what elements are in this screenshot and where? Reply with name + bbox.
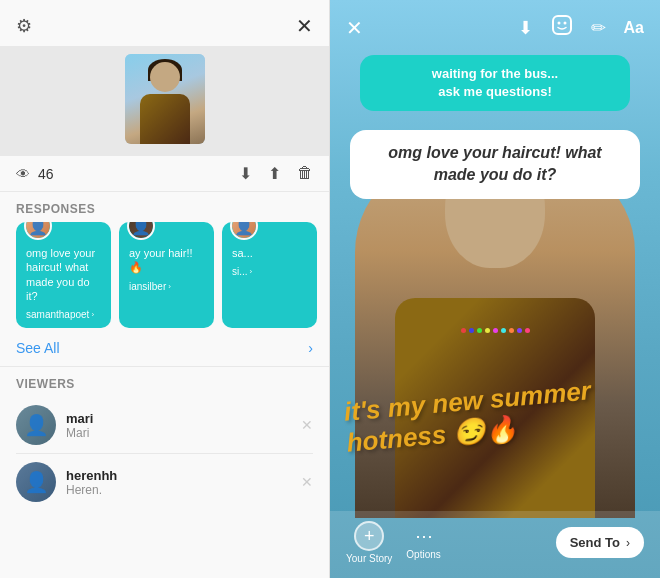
viewer-close-2[interactable]: ✕ xyxy=(301,474,313,490)
response-card-3[interactable]: 👤 sa... si... › xyxy=(222,222,317,328)
see-all-chevron-icon: › xyxy=(308,340,313,356)
story-top-bar: ✕ ⬇ ✏ Aa xyxy=(330,0,660,55)
hotness-text-overlay: it's my new summerhotness 😏🔥 xyxy=(345,386,600,448)
question-sticker-text: waiting for the bus...ask me questions! xyxy=(374,65,616,101)
responses-area: 👤 omg love your haircut! what made you d… xyxy=(0,222,329,336)
viewer-name-2: herenhh xyxy=(66,468,291,483)
download-icon[interactable]: ⬇ xyxy=(239,164,252,183)
viewer-handle-2: Heren. xyxy=(66,483,291,497)
viewer-item-2: 👤 herenhh Heren. ✕ xyxy=(0,454,329,510)
options-label: Options xyxy=(406,549,440,560)
close-icon[interactable]: ✕ xyxy=(296,14,313,38)
responses-label: RESPONSES xyxy=(0,192,329,222)
eye-icon: 👁 xyxy=(16,166,30,182)
response-text-2: ay your hair!! 🔥 xyxy=(129,246,204,275)
delete-icon[interactable]: 🗑 xyxy=(297,164,313,183)
options-button[interactable]: ⋯ Options xyxy=(406,525,440,560)
draw-icon[interactable]: ✏ xyxy=(591,17,606,39)
response-username-2: iansilber › xyxy=(129,281,204,292)
viewer-close-1[interactable]: ✕ xyxy=(301,417,313,433)
viewers-section: VIEWERS 👤 mari Mari ✕ 👤 herenhh Heren. ✕ xyxy=(0,367,329,578)
sticker-icon[interactable] xyxy=(551,14,573,41)
stats-bar: 👁 46 ⬇ ⬆ 🗑 xyxy=(0,156,329,192)
viewer-info-1: mari Mari xyxy=(66,411,291,440)
response-avatar-3: 👤 xyxy=(230,222,258,240)
viewer-info-2: herenhh Heren. xyxy=(66,468,291,497)
response-text-1: omg love your haircut! what made you do … xyxy=(26,246,101,303)
share-icon[interactable]: ⬆ xyxy=(268,164,281,183)
response-avatar-2: 👤 xyxy=(127,222,155,240)
answer-bubble: omg love your haircut! whatmade you do i… xyxy=(350,130,640,199)
viewer-handle-1: Mari xyxy=(66,426,291,440)
response-username-3: si... › xyxy=(232,266,307,277)
svg-point-1 xyxy=(557,22,560,25)
download-story-icon[interactable]: ⬇ xyxy=(518,17,533,39)
left-panel: ⚙ ✕ 👁 46 ⬇ ⬆ 🗑 RESPONSES 👤 xyxy=(0,0,330,578)
svg-rect-0 xyxy=(553,16,571,34)
viewer-avatar-2: 👤 xyxy=(16,462,56,502)
response-card-1[interactable]: 👤 omg love your haircut! what made you d… xyxy=(16,222,111,328)
response-text-3: sa... xyxy=(232,246,307,260)
hotness-text: it's my new summerhotness 😏🔥 xyxy=(343,375,595,459)
svg-point-2 xyxy=(563,22,566,25)
viewer-avatar-1: 👤 xyxy=(16,405,56,445)
send-to-button[interactable]: Send To › xyxy=(556,527,644,558)
story-close-icon[interactable]: ✕ xyxy=(346,16,363,40)
response-card-2[interactable]: 👤 ay your hair!! 🔥 iansilber › xyxy=(119,222,214,328)
viewers-label: VIEWERS xyxy=(0,367,329,397)
right-panel: ✕ ⬇ ✏ Aa waiting for the bus...ask me qu… xyxy=(330,0,660,578)
gear-icon[interactable]: ⚙ xyxy=(16,15,32,37)
question-sticker: waiting for the bus...ask me questions! xyxy=(360,55,630,111)
story-top-actions: ⬇ ✏ Aa xyxy=(518,14,644,41)
your-story-label: Your Story xyxy=(346,553,392,564)
stats-actions: ⬇ ⬆ 🗑 xyxy=(239,164,313,183)
answer-text: omg love your haircut! whatmade you do i… xyxy=(366,142,624,187)
story-thumbnail-area xyxy=(0,46,329,156)
views-count: 46 xyxy=(38,166,54,182)
response-avatar-1: 👤 xyxy=(24,222,52,240)
viewer-name-1: mari xyxy=(66,411,291,426)
left-header: ⚙ ✕ xyxy=(0,0,329,46)
see-all-label: See All xyxy=(16,340,60,356)
viewer-item-1: 👤 mari Mari ✕ xyxy=(0,397,329,453)
send-to-label: Send To xyxy=(570,535,620,550)
story-bottom-bar: + Your Story ⋯ Options Send To › xyxy=(330,511,660,578)
your-story-button[interactable]: + Your Story xyxy=(346,521,392,564)
text-icon[interactable]: Aa xyxy=(624,19,644,37)
see-all-row[interactable]: See All › xyxy=(0,336,329,367)
plus-icon: + xyxy=(354,521,384,551)
story-thumbnail[interactable] xyxy=(125,54,205,144)
send-to-chevron-icon: › xyxy=(626,536,630,550)
story-thumbnail-image xyxy=(125,54,205,144)
response-username-1: samanthapoet › xyxy=(26,309,101,320)
